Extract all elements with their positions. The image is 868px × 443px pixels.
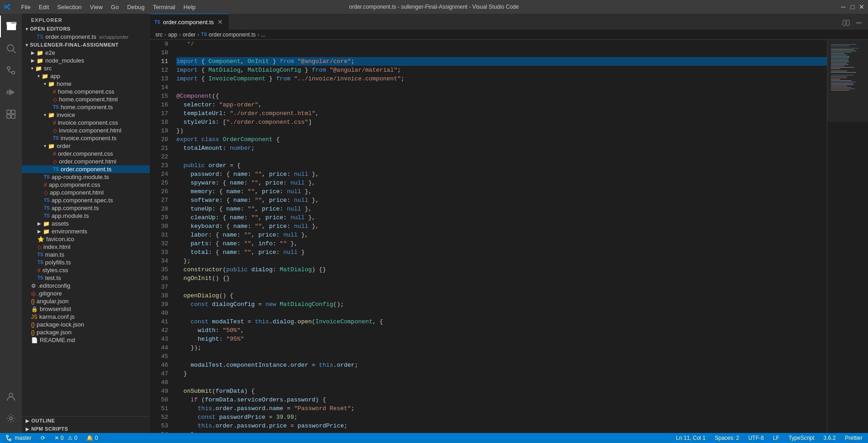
sidebar-item-home-html[interactable]: ◇ home.component.html [22,95,150,103]
menu-terminal[interactable]: Terminal [149,3,179,11]
sidebar-item-app-spec[interactable]: TS app.component.spec.ts [22,196,150,204]
open-editors-header[interactable]: ▾ OPEN EDITORS [22,25,150,33]
breadcrumb-order[interactable]: order [183,32,196,38]
cursor-position: Ln 11, Col 1 [676,435,706,441]
sidebar-item-src[interactable]: ▾ 📁 src [22,64,150,72]
sidebar-item-invoice-html[interactable]: ◇ invoice.component.html [22,127,150,134]
close-button[interactable]: ✕ [859,4,864,10]
version-status[interactable]: 3.6.2 [822,435,838,441]
code-line-38: openDialog() { [176,291,827,300]
app-routing-label: app-routing.module.ts [52,174,109,180]
menu-help[interactable]: Help [180,3,200,11]
search-activity-icon[interactable] [0,37,22,59]
menu-selection[interactable]: Selection [53,3,85,11]
sidebar-item-app[interactable]: ▾ 📁 app [22,72,150,80]
sidebar-item-order[interactable]: ▾ 📁 order [22,142,150,150]
indentation-status[interactable]: Spaces: 2 [713,435,741,441]
sidebar-item-home-ts[interactable]: TS home.component.ts [22,103,150,111]
sidebar-item-readme[interactable]: 📄 README.md [22,336,150,344]
maximize-button[interactable]: □ [850,4,855,10]
order-label: order [57,142,70,149]
sidebar-item-index-html[interactable]: ◇ index.html [22,243,150,251]
cursor-position-status[interactable]: Ln 11, Col 1 [674,435,708,441]
debug-activity-icon[interactable] [0,81,22,103]
editor-tab-order-ts[interactable]: TS order.component.ts ✕ [150,14,229,30]
breadcrumb-sep3: › [197,32,199,38]
source-control-activity-icon[interactable] [0,59,22,81]
language-status[interactable]: TypeScript [787,435,816,441]
ts-file-icon: TS [53,136,59,141]
sync-status[interactable]: ⟳ [39,435,47,441]
sidebar-item-invoice-ts[interactable]: TS invoice.component.ts [22,134,150,142]
sidebar-item-order-ts[interactable]: TS order.component.ts [22,165,150,173]
extensions-activity-icon[interactable] [0,103,22,125]
sidebar-item-package-lock[interactable]: {} package-lock.json [22,321,150,328]
sidebar-item-main-ts[interactable]: TS main.ts [22,251,150,258]
npm-scripts-header[interactable]: ▶ NPM SCRIPTS [22,425,150,433]
line-ending-status[interactable]: LF [771,435,781,441]
menu-file[interactable]: File [17,3,34,11]
sidebar-item-browserslist[interactable]: 🔒 browserslist [22,305,150,313]
app-html-label: app.component.html [50,189,104,196]
assets-label: assets [52,220,69,227]
sidebar-item-home-css[interactable]: # home.component.css [22,88,150,95]
explorer-activity-icon[interactable] [0,16,22,37]
project-chevron: ▾ [26,42,28,47]
split-editor-icon[interactable] [841,17,852,30]
indentation: Spaces: 2 [715,435,739,441]
sidebar-item-home[interactable]: ▾ 📁 home [22,80,150,88]
code-content[interactable]: */ import { Component, OnInit } from "@a… [173,40,827,433]
menu-go[interactable]: Go [107,3,122,11]
project-header[interactable]: ▾ SULLENGER-FINAL-ASSIGNMENT [22,41,150,49]
sidebar-item-app-module[interactable]: TS app.module.ts [22,212,150,220]
sidebar-item-app-css[interactable]: # app.component.css [22,181,150,189]
outline-header[interactable]: ▶ OUTLINE [22,417,150,425]
sidebar-item-assets[interactable]: ▶ 📁 assets [22,220,150,227]
alerts-status[interactable]: 🔔 0 [85,435,100,441]
editor-area: TS order.component.ts ✕ [150,14,868,433]
sidebar-item-invoice-css[interactable]: # invoice.component.css [22,119,150,127]
menu-edit[interactable]: Edit [35,3,53,11]
prettier-status[interactable]: Prettier [843,435,864,441]
sidebar-item-styles-css[interactable]: # styles.css [22,266,150,274]
ts-file-icon: TS [53,167,59,172]
minimize-button[interactable]: ─ [841,4,846,10]
sidebar-item-editorconfig[interactable]: ⚙ .editorconfig [22,282,150,290]
sidebar-item-environments[interactable]: ▶ 📁 environments [22,227,150,235]
sidebar-item-gitignore[interactable]: ◎ .gitignore [22,290,150,297]
breadcrumb-src[interactable]: src [155,32,163,38]
sidebar-item-package-json[interactable]: {} package.json [22,328,150,336]
settings-activity-icon[interactable] [0,407,22,429]
menu-debug[interactable]: Debug [123,3,148,11]
js-icon: JS [31,314,37,320]
encoding-status[interactable]: UTF-8 [746,435,766,441]
breadcrumb-app[interactable]: app [168,32,177,38]
open-editor-item[interactable]: TS order.component.ts src\app\order [22,33,150,41]
sidebar-item-test-ts[interactable]: TS test.ts [22,274,150,282]
sidebar-item-app-ts[interactable]: TS app.component.ts [22,204,150,212]
sidebar-item-order-css[interactable]: # order.component.css [22,150,150,158]
tab-close-button[interactable]: ✕ [217,18,224,26]
sidebar-item-app-html[interactable]: ◇ app.component.html [22,189,150,196]
favicon-label: favicon.ico [46,236,74,243]
sidebar-item-e2e[interactable]: ▶ 📁 e2e [22,49,150,57]
git-branch-status[interactable]: master [4,435,33,442]
breadcrumb-filename[interactable]: order.component.ts [209,32,256,38]
menu-view[interactable]: View [86,3,106,11]
account-activity-icon[interactable] [0,385,22,407]
line-ending: LF [773,435,779,441]
sidebar-item-invoice[interactable]: ▾ 📁 invoice [22,111,150,119]
sidebar-item-angular-json[interactable]: {} angular.json [22,297,150,305]
editor-tabs: TS order.component.ts ✕ [150,14,868,30]
sidebar-item-node-modules[interactable]: ▶ 📁 node_modules [22,57,150,64]
sidebar-item-order-html[interactable]: ◇ order.component.html [22,158,150,165]
css-file-icon: # [53,151,56,157]
errors-status[interactable]: ✕ 0 ⚠ 0 [53,435,79,441]
css-file-icon: # [44,182,47,188]
sidebar-item-favicon[interactable]: ⭐ favicon.ico [22,235,150,243]
sidebar-item-app-routing[interactable]: TS app-routing.module.ts [22,173,150,181]
sidebar-item-karma-conf[interactable]: JS karma.conf.js [22,313,150,321]
sidebar-item-polyfills-ts[interactable]: TS polyfills.ts [22,258,150,266]
ts-file-icon: TS [44,213,50,218]
more-actions-icon[interactable] [853,17,864,30]
